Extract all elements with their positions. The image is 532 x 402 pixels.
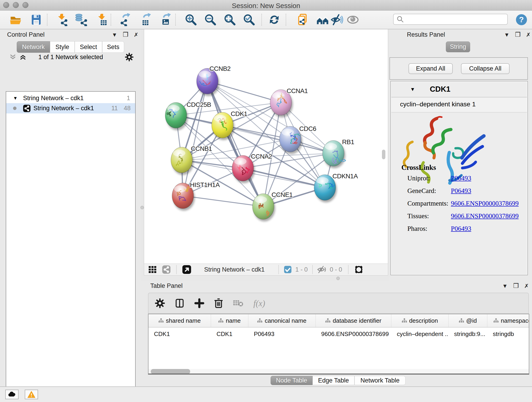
node-CDC25B[interactable] [165, 102, 187, 128]
column-header-shared-name[interactable]: shared name [148, 314, 211, 327]
column-header-description[interactable]: description [391, 314, 449, 327]
tab-select[interactable]: Select [75, 41, 102, 53]
edge[interactable] [183, 81, 207, 196]
canvas-scroll-handle[interactable] [382, 150, 385, 159]
column-header-database-identifier[interactable]: database identifier [316, 314, 391, 327]
node-CCNE1[interactable] [253, 194, 274, 219]
crosslink-value-link[interactable]: P06493 [451, 225, 471, 232]
import-table-icon[interactable] [95, 12, 109, 27]
panel-close-icon[interactable]: ✗ [134, 32, 138, 38]
hide-selected-icon[interactable] [330, 12, 344, 27]
network-collection-row[interactable]: ▼ String Network – cdk1 1 [6, 93, 135, 103]
node-label-CCNB1: CCNB1 [191, 145, 212, 152]
panel-float-icon[interactable]: ❒ [123, 32, 128, 38]
panel-float-icon[interactable]: ❒ [515, 32, 520, 38]
zoom-in-icon[interactable] [184, 12, 198, 27]
network-selection-status: 1 of 1 Network selected [6, 54, 136, 61]
crosslink-row: Uniprot:P06493 [407, 174, 522, 182]
table-hscrollbar[interactable] [148, 369, 529, 374]
column-header-@id[interactable]: @id [449, 314, 487, 327]
string-network-icon[interactable] [162, 265, 171, 274]
panel-collapse-icon[interactable]: ▼ [502, 283, 508, 289]
table-settings-gear-icon[interactable] [155, 298, 165, 308]
open-session-icon[interactable] [9, 12, 22, 27]
zoom-selected-icon[interactable] [242, 12, 256, 27]
selected-checkbox-icon[interactable] [284, 266, 292, 274]
delete-column-icon[interactable] [214, 298, 223, 308]
node-CCNB1[interactable] [171, 147, 192, 173]
tab-edge-table[interactable]: Edge Table [312, 376, 355, 385]
panel-float-icon[interactable]: ❒ [513, 283, 519, 289]
import-network-icon[interactable] [55, 12, 69, 27]
bottom-splitter-handle[interactable] [336, 277, 340, 280]
tab-network[interactable]: Network [17, 41, 50, 53]
panel-close-icon[interactable]: ✗ [524, 283, 529, 289]
column-header-label: namespace [501, 317, 529, 324]
crosslink-label: Pharos: [407, 225, 427, 232]
crosslink-value-link[interactable]: 9606.ENSP00000378699 [451, 212, 519, 220]
node-CDK1[interactable] [212, 112, 233, 138]
fit-selected-crosshair-icon[interactable] [354, 264, 364, 275]
search-input[interactable] [404, 16, 503, 23]
table-row[interactable]: CDK1CDK1P064939606.ENSP00000378699cyclin… [148, 327, 529, 340]
function-builder-icon[interactable]: f(x) [253, 298, 265, 308]
panel-close-icon[interactable]: ✗ [526, 32, 531, 38]
column-header-name[interactable]: name [211, 314, 248, 327]
save-session-icon[interactable] [29, 12, 43, 27]
edge[interactable] [243, 168, 325, 187]
clone-network-icon[interactable] [296, 12, 310, 27]
left-splitter-handle[interactable] [140, 206, 144, 209]
import-database-icon[interactable] [75, 12, 88, 27]
export-image-icon[interactable] [159, 12, 173, 27]
cloud-button[interactable] [5, 390, 19, 399]
birdseye-view-icon[interactable] [182, 265, 191, 274]
add-column-icon[interactable] [194, 298, 204, 308]
network-row-selected[interactable]: String Network – cdk1 11 48 [6, 103, 135, 114]
hidden-eye-icon[interactable] [317, 266, 326, 274]
crosslink-value-link[interactable]: 9606.ENSP00000378699 [451, 200, 519, 207]
table-header-row: shared namenamecanonical namedatabase id… [148, 314, 529, 327]
node-CCNA2[interactable] [232, 155, 254, 181]
node-label-CDC25B: CDC25B [186, 101, 211, 108]
warning-button[interactable] [25, 390, 38, 399]
edge[interactable] [207, 81, 281, 102]
collection-expand-icon[interactable]: ▼ [13, 96, 18, 101]
grid-view-icon[interactable] [148, 265, 157, 274]
edge[interactable] [183, 196, 263, 206]
tab-style[interactable]: Style [50, 41, 75, 53]
entry-name: CDK1 [430, 85, 450, 94]
crosslink-value-link[interactable]: P06493 [451, 174, 471, 182]
expand-all-button[interactable]: Expand All [409, 63, 453, 74]
network-options-gear-icon[interactable] [125, 53, 133, 61]
entry-expand-icon[interactable]: ▼ [410, 86, 415, 92]
export-network-icon[interactable] [119, 12, 133, 27]
export-table-icon[interactable] [139, 12, 153, 27]
tab-sets[interactable]: Sets [102, 41, 124, 53]
hidden-count: 0 - 0 [330, 266, 342, 273]
tab-string[interactable]: String [446, 41, 470, 52]
tab-network-table[interactable]: Network Table [355, 376, 405, 385]
crosslink-value-link[interactable]: P06493 [451, 187, 471, 195]
zoom-fit-icon[interactable] [223, 12, 237, 27]
collapse-all-button[interactable]: Collapse All [461, 63, 510, 74]
column-header-canonical-name[interactable]: canonical name [248, 314, 316, 327]
help-button[interactable]: ? [515, 12, 528, 27]
tab-node-table[interactable]: Node Table [271, 376, 312, 385]
column-header-namespace[interactable]: namespace [487, 314, 529, 327]
show-all-icon[interactable] [346, 12, 360, 27]
svg-text:?: ? [519, 15, 524, 24]
neighborhood-icon[interactable] [316, 12, 330, 27]
result-entry-header[interactable]: ▼ CDK1 [391, 82, 527, 97]
crosslinks-header: CrossLinks [401, 163, 436, 172]
network-canvas[interactable]: CCNB2CCNA1CDC25BCDK1CDC6RB1CCNB1CCNA2CDK… [144, 29, 388, 264]
split-view-icon[interactable] [175, 298, 185, 308]
table-hscrollbar-thumb[interactable] [151, 369, 190, 374]
delete-table-icon[interactable] [233, 299, 244, 308]
refresh-layout-icon[interactable] [267, 12, 281, 27]
entry-description-row: cyclin–dependent kinase 1 [391, 97, 527, 113]
node-label-CCNA1: CCNA1 [287, 87, 308, 95]
node-CDC6[interactable] [279, 126, 301, 152]
panel-collapse-icon[interactable]: ▼ [504, 32, 510, 38]
panel-collapse-icon[interactable]: ▼ [112, 32, 117, 38]
zoom-out-icon[interactable] [203, 12, 217, 27]
